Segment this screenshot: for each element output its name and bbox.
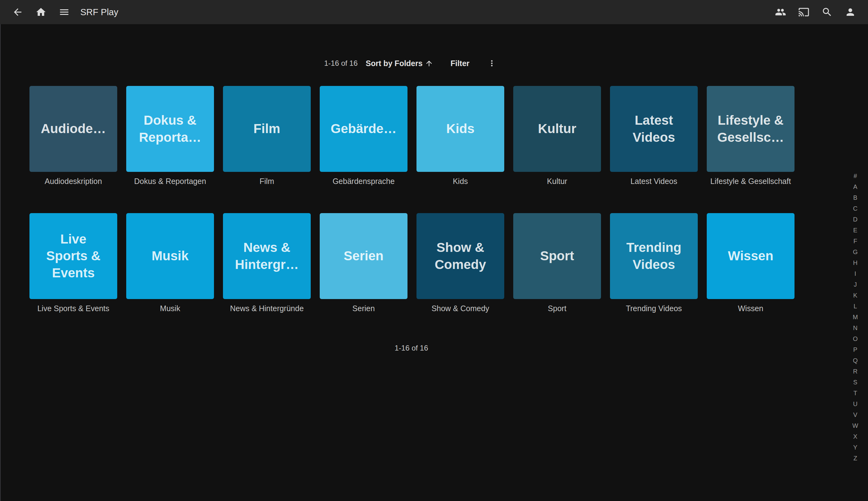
folder-tile-show-comedy[interactable]: Show & Comedy xyxy=(416,213,504,299)
alpha-letter-f[interactable]: F xyxy=(850,236,860,247)
folder-tile-label: Wissen xyxy=(707,304,794,313)
alpha-letter-w[interactable]: W xyxy=(850,420,860,431)
grid-cell: Latest VideosLatest Videos xyxy=(610,86,698,186)
alpha-letter-j[interactable]: J xyxy=(850,279,860,290)
alpha-letter-d[interactable]: D xyxy=(850,214,860,225)
alpha-letter-hash[interactable]: # xyxy=(850,171,860,181)
cast-icon xyxy=(798,7,810,18)
grid-cell: Trending VideosTrending Videos xyxy=(610,213,698,313)
alpha-letter-x[interactable]: X xyxy=(850,431,860,442)
folder-tile-kultur[interactable]: Kultur xyxy=(513,86,601,172)
folder-tile-label: Show & Comedy xyxy=(416,304,504,313)
alpha-letter-o[interactable]: O xyxy=(850,333,860,344)
sort-button[interactable]: Sort by Folders xyxy=(366,59,433,68)
page-title: SRF Play xyxy=(80,7,118,17)
filter-button[interactable]: Filter xyxy=(451,59,469,68)
cast-button[interactable] xyxy=(796,5,811,20)
library-controls-row: 1-16 of 16 Sort by Folders Filter xyxy=(0,57,823,70)
folder-tile-label: News & Hintergründe xyxy=(223,304,311,313)
alpha-letter-m[interactable]: M xyxy=(850,312,860,323)
alpha-letter-i[interactable]: I xyxy=(850,268,860,279)
alpha-letter-y[interactable]: Y xyxy=(850,442,860,453)
grid-cell: MusikMusik xyxy=(126,213,214,313)
search-icon xyxy=(822,7,833,18)
alpha-letter-g[interactable]: G xyxy=(850,247,860,257)
paging-count-top: 1-16 of 16 xyxy=(324,59,358,68)
folder-tile-label: Kids xyxy=(416,177,504,186)
folder-tile-label: Lifestyle & Gesellschaft xyxy=(707,177,794,186)
user-profile-button[interactable] xyxy=(843,5,858,20)
folder-tile-label: Kultur xyxy=(513,177,601,186)
alpha-letter-u[interactable]: U xyxy=(850,398,860,409)
alpha-letter-v[interactable]: V xyxy=(850,409,860,420)
filter-button-label: Filter xyxy=(451,59,469,68)
folder-tile-label: Live Sports & Events xyxy=(30,304,117,313)
search-button[interactable] xyxy=(820,5,835,20)
grid-cell: News & Hintergr…News & Hintergründe xyxy=(223,213,311,313)
drawer-menu-button[interactable] xyxy=(57,5,72,20)
grid-cell: KidsKids xyxy=(416,86,504,186)
folder-grid: Audiode…AudiodeskriptionDokus & Reporta…… xyxy=(30,86,795,313)
folder-tile-geb-rdensprache[interactable]: Gebärde… xyxy=(320,86,408,172)
arrow-up-icon xyxy=(425,59,433,68)
alphabet-picker: #ABCDEFGHIJKLMNOPQRSTUVWXYZ xyxy=(850,171,860,464)
vertical-dots-icon xyxy=(487,58,497,68)
folder-tile-musik[interactable]: Musik xyxy=(126,213,214,299)
grid-cell: WissenWissen xyxy=(707,213,794,313)
grid-cell: KulturKultur xyxy=(513,86,601,186)
folder-tile-lifestyle-gesellschaft[interactable]: Lifestyle & Gesellsc… xyxy=(707,86,794,172)
alpha-letter-t[interactable]: T xyxy=(850,388,860,398)
grid-cell: Gebärde…Gebärdensprache xyxy=(320,86,408,186)
hamburger-menu-icon xyxy=(58,7,70,18)
folder-tile-label: Trending Videos xyxy=(610,304,698,313)
person-icon xyxy=(845,7,856,18)
top-app-bar: SRF Play xyxy=(0,0,868,24)
folder-tile-audiodeskription[interactable]: Audiode… xyxy=(30,86,117,172)
folder-tile-label: Sport xyxy=(513,304,601,313)
grid-cell: SportSport xyxy=(513,213,601,313)
alpha-letter-n[interactable]: N xyxy=(850,323,860,333)
folder-tile-latest-videos[interactable]: Latest Videos xyxy=(610,86,698,172)
folder-tile-label: Film xyxy=(223,177,311,186)
alpha-letter-k[interactable]: K xyxy=(850,290,860,301)
folder-tile-dokus-reportagen[interactable]: Dokus & Reporta… xyxy=(126,86,214,172)
folder-tile-trending-videos[interactable]: Trending Videos xyxy=(610,213,698,299)
alpha-letter-q[interactable]: Q xyxy=(850,355,860,366)
folder-tile-wissen[interactable]: Wissen xyxy=(707,213,794,299)
back-button[interactable] xyxy=(10,5,25,20)
alpha-letter-p[interactable]: P xyxy=(850,344,860,355)
more-options-button[interactable] xyxy=(485,56,499,70)
folder-tile-film[interactable]: Film xyxy=(223,86,311,172)
folder-tile-serien[interactable]: Serien xyxy=(320,213,408,299)
grid-cell: Live Sports & EventsLive Sports & Events xyxy=(30,213,117,313)
alpha-letter-l[interactable]: L xyxy=(850,301,860,312)
alpha-letter-z[interactable]: Z xyxy=(850,453,860,464)
folder-tile-live-sports-events[interactable]: Live Sports & Events xyxy=(30,213,117,299)
folder-tile-label: Dokus & Reportagen xyxy=(126,177,214,186)
alpha-letter-a[interactable]: A xyxy=(850,181,860,192)
folder-tile-label: Serien xyxy=(320,304,408,313)
alpha-letter-r[interactable]: R xyxy=(850,366,860,377)
syncplay-button[interactable] xyxy=(773,5,788,20)
home-button[interactable] xyxy=(33,5,48,20)
home-icon xyxy=(35,7,46,18)
alpha-letter-s[interactable]: S xyxy=(850,377,860,388)
folder-tile-label: Audiodeskription xyxy=(30,177,117,186)
folder-tile-kids[interactable]: Kids xyxy=(416,86,504,172)
grid-cell: Audiode…Audiodeskription xyxy=(30,86,117,186)
grid-cell: FilmFilm xyxy=(223,86,311,186)
window-left-edge xyxy=(0,0,1,501)
alpha-letter-c[interactable]: C xyxy=(850,203,860,214)
alpha-letter-h[interactable]: H xyxy=(850,257,860,268)
folder-tile-label: Gebärdensprache xyxy=(320,177,408,186)
grid-cell: Show & ComedyShow & Comedy xyxy=(416,213,504,313)
folder-tile-label: Musik xyxy=(126,304,214,313)
folder-tile-label: Latest Videos xyxy=(610,177,698,186)
grid-cell: SerienSerien xyxy=(320,213,408,313)
folder-tile-news-hintergr-nde[interactable]: News & Hintergr… xyxy=(223,213,311,299)
folder-tile-sport[interactable]: Sport xyxy=(513,213,601,299)
grid-cell: Lifestyle & Gesellsc…Lifestyle & Gesells… xyxy=(707,86,794,186)
sort-button-label: Sort by Folders xyxy=(366,59,422,68)
alpha-letter-b[interactable]: B xyxy=(850,192,860,203)
alpha-letter-e[interactable]: E xyxy=(850,225,860,236)
